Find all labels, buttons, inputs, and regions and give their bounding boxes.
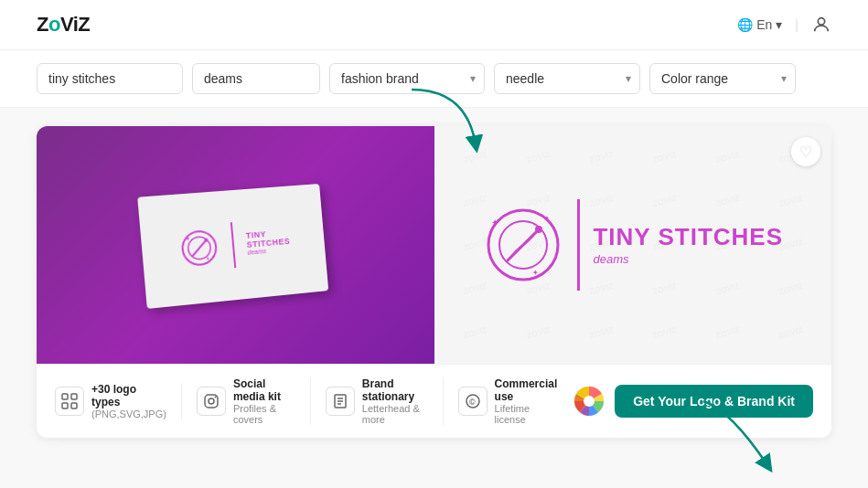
feature-social-media: Social media kit Profiles & covers <box>182 377 311 425</box>
social-media-icon <box>197 387 226 416</box>
logo-preview-area: ✦ ✦ TiNYSTiTCHES deams ZOVIZ <box>37 126 831 364</box>
heart-icon: ♡ <box>799 143 812 161</box>
feature-commercial: © Commercial use Lifetime license <box>444 377 573 425</box>
logo-types-icon <box>55 387 84 416</box>
svg-text:✦: ✦ <box>206 256 210 261</box>
feature-commercial-sub: Lifetime license <box>495 403 559 425</box>
svg-text:✦: ✦ <box>186 236 191 241</box>
svg-text:©: © <box>469 398 476 407</box>
svg-rect-16 <box>62 403 68 408</box>
divider: | <box>795 17 798 32</box>
feature-brand-stationary: Brand stationary Letterhead & more <box>311 377 444 425</box>
feature-commercial-title: Commercial use <box>495 377 559 403</box>
get-logo-brand-kit-button[interactable]: Get Your Logo & Brand Kit <box>615 385 813 418</box>
header: ZoViZ 🌐 En ▾ | <box>0 0 868 50</box>
favorite-button[interactable]: ♡ <box>791 137 820 166</box>
right-brand-sub: deams <box>593 252 783 266</box>
color-range-select[interactable]: Color range Monochrome Colorful Pastel <box>649 63 796 94</box>
feature-brand-sub: Letterhead & more <box>362 403 428 425</box>
svg-point-28 <box>584 396 595 407</box>
color-select-wrapper: Color range Monochrome Colorful Pastel ▾ <box>649 63 796 94</box>
keyword-select-wrapper: needle thread fabric ▾ <box>494 63 640 94</box>
svg-rect-15 <box>71 394 77 399</box>
feature-logo-types-sub: (PNG,SVG,JPG) <box>91 408 166 419</box>
commercial-icon: © <box>458 387 488 416</box>
feature-social-title: Social media kit <box>233 377 295 403</box>
brand-stationary-icon <box>326 387 355 416</box>
feature-logo-types: +30 logo types (PNG,SVG,JPG) <box>55 383 182 419</box>
preview-right-panel: ZOVIZ ZOVIZ ZOVIZ ZOVIZ ZOVIZ ZOVIZ ZOVI… <box>434 126 832 364</box>
user-profile-button[interactable] <box>811 15 831 35</box>
color-wheel-icon <box>573 385 605 418</box>
svg-point-20 <box>214 397 216 398</box>
cta-label: Get Your Logo & Brand Kit <box>633 394 795 408</box>
svg-line-3 <box>191 240 208 256</box>
logo-preview-card: ✦ ✦ TiNYSTiTCHES deams ZOVIZ <box>37 126 831 438</box>
category-select[interactable]: fashion brand tech brand food brand <box>329 63 485 94</box>
svg-rect-14 <box>62 394 68 399</box>
needle-icon: ✦ ✦ <box>177 227 221 271</box>
brand-logo-icon: ✦ ✦ ✦ <box>482 204 564 286</box>
keyword-select[interactable]: needle thread fabric <box>494 63 640 94</box>
svg-text:✦: ✦ <box>544 215 550 221</box>
language-button[interactable]: 🌐 En ▾ <box>737 17 782 32</box>
globe-icon: 🌐 <box>737 17 753 32</box>
svg-rect-17 <box>71 403 77 408</box>
feature-brand-title: Brand stationary <box>362 377 428 403</box>
language-label: En <box>756 17 772 32</box>
header-controls: 🌐 En ▾ | <box>737 15 831 35</box>
feature-social-sub: Profiles & covers <box>233 403 295 425</box>
logo: ZoViZ <box>37 13 90 37</box>
right-brand-name: TiNY STiTCHES <box>593 225 783 249</box>
search-input-tagline[interactable] <box>192 63 320 94</box>
svg-point-19 <box>209 398 214 404</box>
svg-text:✦: ✦ <box>532 269 539 277</box>
main-content: ✦ ✦ TiNYSTiTCHES deams ZOVIZ <box>0 108 868 456</box>
search-input-name[interactable] <box>37 63 183 94</box>
category-select-wrapper: fashion brand tech brand food brand ▾ <box>329 63 485 94</box>
features-bar: +30 logo types (PNG,SVG,JPG) Social medi… <box>37 364 831 438</box>
right-logo-display: ✦ ✦ ✦ TiNY STiTCHES deams <box>482 199 783 291</box>
chevron-down-icon: ▾ <box>776 17 782 32</box>
cta-section: Get Your Logo & Brand Kit <box>573 385 813 418</box>
search-bar: fashion brand tech brand food brand ▾ ne… <box>0 50 868 108</box>
business-card-mockup: ✦ ✦ TiNYSTiTCHES deams <box>137 184 328 309</box>
svg-text:✦: ✦ <box>491 217 498 228</box>
user-icon <box>811 15 831 35</box>
feature-logo-types-title: +30 logo types <box>91 383 166 408</box>
svg-point-0 <box>818 18 824 25</box>
preview-left-panel: ✦ ✦ TiNYSTiTCHES deams <box>37 126 434 364</box>
